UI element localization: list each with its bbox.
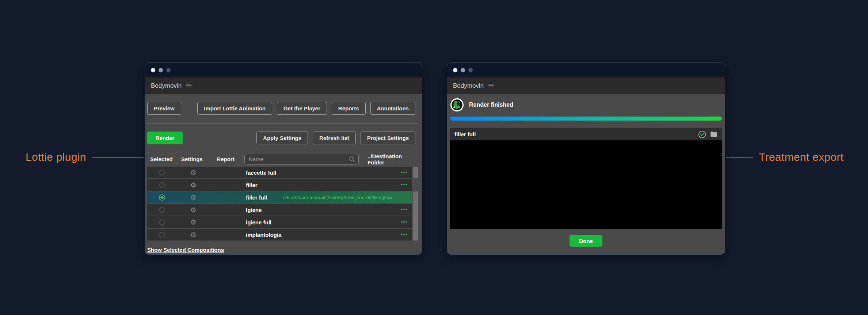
hamburger-menu-icon[interactable] bbox=[186, 84, 191, 88]
done-row: Done bbox=[450, 235, 722, 247]
item-actions bbox=[698, 130, 717, 138]
check-circle-icon bbox=[698, 130, 706, 138]
traffic-light-close[interactable] bbox=[151, 68, 155, 72]
annotation-lottie-plugin: Lottie plugin bbox=[26, 151, 144, 164]
render-status-text: Render finished bbox=[469, 102, 513, 108]
composition-name: filler full bbox=[246, 194, 283, 201]
header-settings: Settings bbox=[176, 156, 208, 162]
traffic-light-zoom[interactable] bbox=[166, 68, 171, 72]
render-status-row: Render finished bbox=[450, 98, 722, 112]
rendered-item-bar: filler full bbox=[450, 128, 722, 140]
composition-row[interactable]: ⚙filler••• bbox=[147, 179, 412, 191]
composition-list: ⚙faccette full•••⚙filler•••⚙filler full/… bbox=[147, 167, 412, 240]
gear-icon[interactable]: ⚙ bbox=[190, 194, 196, 201]
render-preview bbox=[450, 140, 722, 229]
annotations-button[interactable]: Annotations bbox=[370, 102, 416, 115]
preview-button[interactable]: Preview bbox=[147, 102, 181, 115]
progress-fill bbox=[450, 117, 722, 121]
composition-name: Igiene bbox=[246, 207, 283, 213]
selection-radio[interactable] bbox=[159, 170, 165, 176]
render-button[interactable]: Render bbox=[147, 132, 183, 144]
reports-button[interactable]: Reports bbox=[332, 102, 366, 115]
composition-name: filler bbox=[246, 182, 283, 188]
composition-row[interactable]: ⚙filler full/Users/saracosmai/Desktop/ne… bbox=[147, 191, 412, 203]
gear-icon[interactable]: ⚙ bbox=[190, 231, 196, 238]
composition-row[interactable]: ⚙faccette full••• bbox=[147, 167, 412, 178]
composition-name: faccette full bbox=[246, 170, 283, 176]
header-selected: Selected bbox=[147, 156, 176, 162]
selection-radio[interactable] bbox=[159, 182, 165, 188]
plugin-body: Preview Import Lottie Animation Get the … bbox=[145, 102, 422, 253]
render-progress-bar bbox=[450, 117, 722, 121]
top-toolbar: Preview Import Lottie Animation Get the … bbox=[147, 102, 419, 115]
annotation-left-line bbox=[92, 157, 144, 158]
render-export-window: Bodymovin Render finished filler ful bbox=[447, 62, 725, 255]
scrollbar-thumb[interactable] bbox=[413, 167, 418, 178]
toolbar-divider bbox=[147, 124, 419, 124]
gear-icon[interactable]: ⚙ bbox=[190, 206, 196, 213]
app-title: Bodymovin bbox=[453, 82, 484, 90]
lottie-plugin-window: Bodymovin Preview Import Lottie Animatio… bbox=[145, 62, 422, 255]
get-the-player-button[interactable]: Get the Player bbox=[277, 102, 327, 115]
name-search-input[interactable] bbox=[248, 156, 349, 163]
traffic-light-zoom[interactable] bbox=[468, 68, 473, 72]
ellipsis-icon[interactable]: ••• bbox=[401, 232, 408, 237]
bodymovin-logo-icon bbox=[450, 98, 464, 112]
import-lottie-animation-button[interactable]: Import Lottie Animation bbox=[197, 102, 272, 115]
composition-name: implantologia bbox=[246, 232, 283, 238]
gear-icon[interactable]: ⚙ bbox=[190, 219, 196, 226]
traffic-light-minimize[interactable] bbox=[461, 68, 465, 72]
header-report: Report bbox=[208, 156, 243, 162]
ellipsis-icon[interactable]: ••• bbox=[401, 207, 408, 212]
project-settings-button[interactable]: Project Settings bbox=[361, 132, 415, 144]
ellipsis-icon[interactable]: ••• bbox=[401, 220, 408, 225]
composition-table: ⚙faccette full•••⚙filler•••⚙filler full/… bbox=[147, 167, 419, 240]
gear-icon[interactable]: ⚙ bbox=[190, 169, 196, 176]
gear-icon[interactable]: ⚙ bbox=[190, 182, 196, 189]
search-icon bbox=[349, 156, 355, 162]
rendered-item-name: filler full bbox=[454, 131, 476, 137]
traffic-light-minimize[interactable] bbox=[159, 68, 163, 72]
selection-radio[interactable] bbox=[159, 194, 165, 201]
app-title: Bodymovin bbox=[151, 82, 182, 90]
export-body: Render finished filler full bbox=[447, 98, 725, 247]
annotation-right-label: Treatment export bbox=[759, 151, 844, 163]
scrollbar-thumb[interactable] bbox=[413, 191, 418, 240]
annotation-left-label: Lottie plugin bbox=[26, 151, 86, 163]
composition-row[interactable]: ⚙Igiene••• bbox=[147, 204, 412, 216]
name-search-box bbox=[244, 154, 359, 164]
hamburger-menu-icon[interactable] bbox=[488, 84, 494, 88]
list-scrollbar[interactable] bbox=[412, 167, 419, 240]
app-header: Bodymovin bbox=[145, 78, 422, 94]
ellipsis-icon[interactable]: ••• bbox=[401, 182, 408, 187]
annotation-treatment-export: Treatment export bbox=[726, 151, 844, 164]
apply-settings-button[interactable]: Apply Settings bbox=[256, 132, 308, 144]
render-toolbar-group: Apply Settings Refresh list Project Sett… bbox=[256, 132, 415, 144]
window-titlebar bbox=[447, 62, 725, 78]
composition-row[interactable]: ⚙igiene full••• bbox=[147, 216, 412, 228]
destination-path: /Users/saracosmai/Desktop/new-json-eti/f… bbox=[283, 195, 412, 200]
window-titlebar bbox=[145, 62, 422, 78]
app-header: Bodymovin bbox=[447, 78, 725, 94]
done-button[interactable]: Done bbox=[570, 235, 602, 247]
selection-radio[interactable] bbox=[159, 219, 165, 225]
header-destination-folder: ../Destination Folder bbox=[368, 153, 419, 166]
top-toolbar-group: Import Lottie Animation Get the Player R… bbox=[197, 102, 415, 115]
composition-row[interactable]: ⚙implantologia••• bbox=[147, 229, 412, 240]
folder-icon[interactable] bbox=[710, 131, 717, 137]
selection-radio[interactable] bbox=[159, 232, 165, 238]
selection-radio[interactable] bbox=[159, 207, 165, 213]
composition-table-header: Selected Settings Report ../Destination … bbox=[147, 154, 419, 164]
annotation-right-line bbox=[726, 157, 753, 158]
refresh-list-button[interactable]: Refresh list bbox=[313, 132, 356, 144]
render-toolbar: Render Apply Settings Refresh list Proje… bbox=[147, 132, 419, 144]
page-background: Lottie plugin Treatment export Bodymovin… bbox=[0, 0, 868, 315]
composition-name: igiene full bbox=[246, 219, 283, 225]
traffic-light-close[interactable] bbox=[453, 68, 457, 72]
ellipsis-icon[interactable]: ••• bbox=[401, 170, 408, 175]
show-selected-compositions-link[interactable]: Show Selected Compositions bbox=[147, 247, 224, 253]
